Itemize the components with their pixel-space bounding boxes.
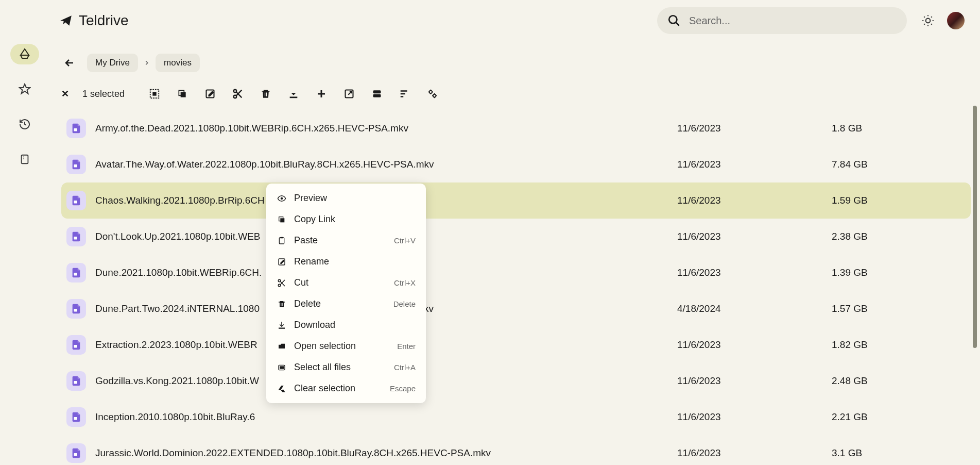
- context-menu-cut[interactable]: CutCtrl+X: [266, 272, 426, 293]
- file-type-icon: [66, 227, 86, 246]
- context-menu-shortcut: Ctrl+X: [394, 278, 416, 287]
- svg-rect-0: [21, 155, 28, 164]
- context-menu-label: Paste: [294, 235, 387, 246]
- file-name: Inception.2010.1080p.10bit.BluRay.6: [92, 411, 677, 423]
- context-menu-delete[interactable]: DeleteDelete: [266, 293, 426, 314]
- file-row[interactable]: Godzilla.vs.Kong.2021.1080p.10bit.W11/6/…: [61, 363, 971, 399]
- rename-icon: [277, 258, 287, 266]
- file-size: 1.82 GB: [832, 339, 966, 351]
- context-menu-copy-link[interactable]: Copy Link: [266, 209, 426, 230]
- file-row[interactable]: Don't.Look.Up.2021.1080p.10bit.WEB11/6/2…: [61, 219, 971, 255]
- copy-button[interactable]: [175, 87, 190, 101]
- context-menu: PreviewCopy LinkPasteCtrl+VRenameCutCtrl…: [266, 184, 426, 403]
- delete-button[interactable]: [259, 87, 273, 101]
- context-menu-label: Download: [294, 320, 416, 330]
- select-all-icon: [149, 88, 160, 99]
- rename-button[interactable]: [203, 87, 217, 101]
- svg-rect-38: [282, 303, 283, 306]
- file-type-icon: [66, 443, 86, 463]
- avatar[interactable]: [947, 12, 965, 29]
- svg-rect-23: [74, 309, 77, 312]
- search-input[interactable]: [689, 15, 897, 27]
- file-row[interactable]: Jurassic.World.Dominion.2022.EXTENDED.10…: [61, 435, 971, 465]
- svg-rect-14: [373, 90, 381, 93]
- context-menu-select-all-files[interactable]: Select all filesCtrl+A: [266, 357, 426, 378]
- svg-rect-5: [181, 92, 186, 97]
- drive-icon: [19, 48, 31, 60]
- view-toggle-button[interactable]: [370, 87, 384, 101]
- context-menu-open-selection[interactable]: Open selectionEnter: [266, 336, 426, 357]
- scrollbar-thumb[interactable]: [973, 106, 977, 348]
- settings-button[interactable]: [425, 87, 440, 101]
- context-menu-label: Open selection: [294, 341, 390, 352]
- sidebar-item-recent[interactable]: [10, 114, 39, 135]
- context-menu-preview[interactable]: Preview: [266, 188, 426, 209]
- file-type-icon: [66, 407, 86, 427]
- theme-toggle[interactable]: [921, 14, 935, 27]
- file-row[interactable]: Chaos.Walking.2021.1080p.BrRip.6CH11/6/2…: [61, 182, 971, 219]
- svg-rect-39: [279, 327, 285, 328]
- file-type-icon: [66, 335, 86, 355]
- breadcrumb-root[interactable]: My Drive: [87, 54, 138, 72]
- context-menu-shortcut: Escape: [390, 384, 416, 393]
- sort-button[interactable]: [398, 87, 412, 101]
- download-button[interactable]: [286, 87, 301, 101]
- deselect-button[interactable]: ✕: [61, 88, 69, 99]
- context-menu-rename[interactable]: Rename: [266, 251, 426, 272]
- svg-point-34: [278, 279, 281, 282]
- file-date: 4/18/2024: [677, 303, 832, 314]
- selection-count: 1 selected: [82, 89, 125, 99]
- file-row[interactable]: Dune.2021.1080p.10bit.WEBRip.6CH.11/6/20…: [61, 255, 971, 291]
- context-menu-download[interactable]: Download: [266, 314, 426, 336]
- svg-rect-26: [74, 417, 77, 420]
- svg-rect-10: [263, 91, 268, 98]
- trash-icon: [261, 88, 271, 99]
- svg-point-2: [926, 19, 931, 23]
- svg-rect-25: [74, 381, 77, 384]
- context-menu-paste[interactable]: PasteCtrl+V: [266, 230, 426, 251]
- search-bar[interactable]: [657, 7, 907, 34]
- svg-rect-36: [280, 302, 284, 307]
- file-date: 11/6/2023: [677, 123, 832, 134]
- svg-rect-27: [74, 453, 77, 456]
- breadcrumb-current[interactable]: movies: [156, 54, 200, 72]
- file-type-icon: [66, 371, 86, 391]
- file-size: 7.84 GB: [832, 159, 966, 170]
- file-row[interactable]: Extraction.2.2023.1080p.10bit.WEBR11/6/2…: [61, 327, 971, 363]
- logo[interactable]: Teldrive: [59, 12, 128, 29]
- file-date: 11/6/2023: [677, 267, 832, 278]
- file-size: 3.1 GB: [832, 447, 966, 459]
- svg-point-28: [281, 197, 283, 200]
- chevron-right-icon: [143, 59, 150, 67]
- sidebar-item-drive[interactable]: [10, 44, 39, 64]
- add-button[interactable]: [314, 87, 329, 101]
- cut-icon: [277, 278, 287, 288]
- download-icon: [288, 88, 299, 99]
- file-date: 11/6/2023: [677, 411, 832, 423]
- back-button[interactable]: [61, 55, 78, 71]
- view-icon: [372, 89, 382, 99]
- app-title: Teldrive: [79, 12, 128, 29]
- context-menu-shortcut: Ctrl+V: [394, 236, 416, 245]
- svg-rect-20: [74, 201, 77, 204]
- file-row[interactable]: Dune.Part.Two.2024.iNTERNAL.1080PSA.mkv4…: [61, 291, 971, 327]
- file-size: 1.8 GB: [832, 123, 966, 134]
- cut-button[interactable]: [231, 87, 245, 101]
- file-row[interactable]: Army.of.the.Dead.2021.1080p.10bit.WEBRip…: [61, 110, 971, 146]
- file-date: 11/6/2023: [677, 195, 832, 206]
- sidebar-item-starred[interactable]: [10, 79, 39, 99]
- svg-point-17: [433, 94, 436, 97]
- file-row[interactable]: Inception.2010.1080p.10bit.BluRay.611/6/…: [61, 399, 971, 435]
- header: Teldrive: [49, 0, 980, 41]
- clear-icon: [277, 384, 287, 393]
- select-all-button[interactable]: [147, 87, 162, 101]
- sidebar-item-storage[interactable]: [10, 149, 39, 170]
- scrollbar[interactable]: [973, 106, 977, 348]
- context-menu-clear-selection[interactable]: Clear selectionEscape: [266, 378, 426, 399]
- file-row[interactable]: Avatar.The.Way.of.Water.2022.1080p.10bit…: [61, 146, 971, 182]
- toolbar: ✕ 1 selected: [61, 87, 971, 101]
- share-button[interactable]: [342, 87, 356, 101]
- file-name: Jurassic.World.Dominion.2022.EXTENDED.10…: [92, 447, 677, 459]
- svg-rect-12: [266, 93, 267, 97]
- file-type-icon: [66, 119, 86, 138]
